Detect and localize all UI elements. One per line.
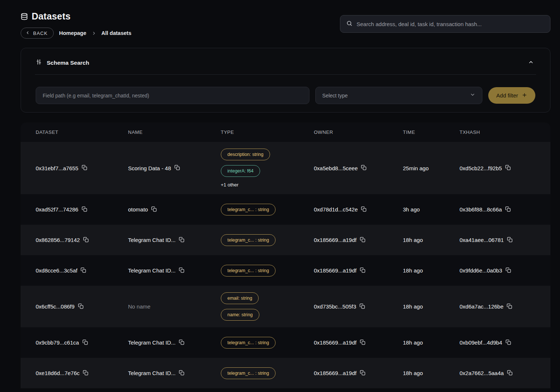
name-copy-button[interactable] (151, 206, 157, 213)
table-row[interactable]: 0xd8cce6...3c5af Telegram Chat ID... tel… (21, 255, 550, 286)
txhash-value: 0x3b6f88...8c66a (460, 206, 502, 213)
dataset-copy-button[interactable] (82, 206, 87, 213)
datasets-page: Datasets BACK Homepage All datasets (0, 0, 560, 388)
copy-icon (506, 339, 511, 346)
copy-icon (359, 303, 365, 310)
copy-icon (360, 370, 365, 377)
dataset-copy-button[interactable] (82, 165, 87, 171)
copy-icon (507, 303, 512, 310)
type-badges: telegram_c... : string (221, 228, 314, 253)
txhash-copy-button[interactable] (507, 370, 513, 377)
title-row: Datasets (21, 11, 131, 22)
owner-copy-button[interactable] (360, 237, 365, 243)
table-header-row: DATASET NAME TYPE OWNER TIME TXHASH (21, 122, 550, 142)
txhash-value: 0xa41aee...06781 (460, 237, 504, 243)
name-cell: Telegram Chat ID... (128, 267, 221, 274)
txhash-copy-button[interactable] (505, 206, 511, 213)
chevron-right-icon (92, 31, 96, 36)
add-filter-label: Add filter (496, 92, 518, 99)
copy-icon (361, 165, 366, 171)
txhash-value: 0x2a7662...5aa4a (460, 370, 504, 376)
dataset-copy-button[interactable] (81, 267, 86, 274)
copy-icon (83, 237, 89, 243)
txhash-copy-button[interactable] (506, 267, 511, 274)
dataset-copy-button[interactable] (83, 237, 89, 243)
owner-cell: 0x185669...a19df (314, 267, 403, 274)
field-path-input[interactable] (36, 87, 309, 104)
table-body: 0x31ebf7...a7655 Scoring Data - 48 descr… (21, 142, 550, 388)
type-select[interactable]: Select type (315, 87, 482, 104)
name-copy-button[interactable] (179, 267, 184, 274)
time-cell: 3h ago (403, 206, 460, 213)
dataset-cell: 0x9cbb79...c61ca (36, 339, 128, 346)
copy-icon (179, 370, 184, 377)
type-badge: telegram_c... : string (221, 337, 276, 349)
dataset-hash: 0x862856...79142 (36, 237, 80, 243)
search-input[interactable] (357, 21, 544, 27)
owner-cell: 0xd735bc...505f3 (314, 303, 403, 310)
owner-cell: 0x185669...a19df (314, 370, 403, 377)
txhash-cell: 0xd6a7ac...126be (460, 303, 550, 310)
table-row[interactable]: 0x9cbb79...c61ca Telegram Chat ID... tel… (21, 327, 550, 358)
type-badges: telegram_c... : string (221, 330, 314, 355)
name-copy-button[interactable] (179, 370, 184, 377)
add-filter-button[interactable]: Add filter (488, 87, 535, 104)
type-badge: integerA: f64 (221, 165, 260, 177)
owner-copy-button[interactable] (361, 165, 366, 171)
collapse-panel-button[interactable] (527, 58, 535, 68)
table-row[interactable]: 0x862856...79142 Telegram Chat ID... tel… (21, 225, 550, 255)
time-value: 18h ago (403, 303, 423, 310)
name-copy-button[interactable] (174, 165, 180, 171)
dataset-hash: 0x9cbb79...c61ca (36, 339, 79, 346)
owner-copy-button[interactable] (359, 303, 365, 310)
owner-hash: 0xd78d1d...c542e (314, 206, 358, 213)
dataset-copy-button[interactable] (78, 303, 84, 310)
copy-icon (151, 206, 157, 213)
type-badges: telegram_c... : string (221, 361, 314, 386)
table-row[interactable]: 0x6cff5c...086f9 No name email: stringna… (21, 286, 550, 327)
owner-copy-button[interactable] (360, 339, 365, 346)
page-title: Datasets (32, 11, 71, 22)
txhash-copy-button[interactable] (507, 303, 512, 310)
copy-icon (505, 165, 511, 171)
column-header-type: TYPE (221, 129, 314, 135)
txhash-copy-button[interactable] (507, 237, 513, 243)
time-value: 18h ago (403, 237, 423, 243)
txhash-cell: 0x9fdd6e...0a0b3 (460, 267, 550, 274)
datasets-table: DATASET NAME TYPE OWNER TIME TXHASH 0x31… (21, 122, 550, 388)
time-value: 18h ago (403, 267, 423, 274)
dataset-copy-button[interactable] (83, 370, 88, 377)
table-row[interactable]: 0xad52f7...74286 otomato telegram_c... :… (21, 194, 550, 225)
type-badge: telegram_c... : string (221, 265, 276, 277)
owner-copy-button[interactable] (360, 267, 365, 274)
chevron-up-icon (528, 59, 534, 66)
name-copy-button[interactable] (179, 237, 184, 243)
txhash-copy-button[interactable] (505, 165, 511, 171)
breadcrumb-homepage[interactable]: Homepage (59, 30, 86, 36)
table-row[interactable]: 0xe18d6d...7e76c Telegram Chat ID... tel… (21, 358, 550, 388)
column-header-txhash: TXHASH (460, 129, 550, 135)
global-search-bar[interactable] (340, 15, 550, 33)
time-value: 18h ago (403, 370, 423, 376)
owner-copy-button[interactable] (360, 370, 365, 377)
page-header: Datasets BACK Homepage All datasets (21, 11, 550, 39)
owner-copy-button[interactable] (361, 206, 366, 213)
dataset-hash: 0xe18d6d...7e76c (36, 370, 79, 376)
type-badge: description: string (221, 149, 270, 160)
txhash-cell: 0xa41aee...06781 (460, 237, 550, 243)
name-cell: Telegram Chat ID... (128, 237, 221, 243)
txhash-value: 0xb09ebf...4d9b4 (460, 339, 502, 346)
copy-icon (507, 237, 513, 243)
txhash-copy-button[interactable] (506, 339, 511, 346)
dataset-copy-button[interactable] (82, 339, 88, 346)
back-label: BACK (33, 31, 47, 36)
column-header-dataset: DATASET (36, 129, 128, 135)
back-button[interactable]: BACK (21, 28, 54, 39)
chevron-down-icon (470, 92, 475, 99)
copy-icon (82, 206, 87, 213)
dataset-cell: 0x31ebf7...a7655 (36, 165, 128, 171)
name-copy-button[interactable] (179, 339, 184, 346)
copy-icon (360, 237, 365, 243)
type-badges: email: stringname: string (221, 286, 314, 327)
table-row[interactable]: 0x31ebf7...a7655 Scoring Data - 48 descr… (21, 142, 550, 194)
